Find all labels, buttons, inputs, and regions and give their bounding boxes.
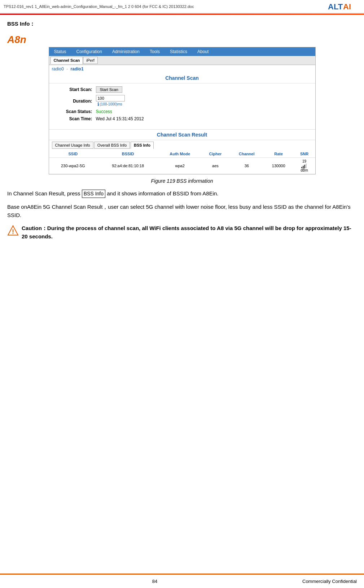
page-footer: 84 Commercially Confidential	[0, 574, 364, 588]
nav-bar: Status Configuration Administration Tool…	[49, 47, 315, 56]
nav-about[interactable]: About	[192, 47, 214, 56]
scan-time-row: Scan Time: Wed Jul 4 15:31:45 2012	[56, 116, 308, 121]
radio-separator: -	[66, 66, 68, 72]
cell-snr: 19 dBm	[294, 158, 315, 174]
cell-channel: 36	[230, 158, 264, 174]
main-content: BSS Info： A8n Status Configuration Admin…	[0, 15, 364, 262]
radio-links: radio0 - radio1	[49, 65, 315, 73]
svg-rect-5	[306, 164, 307, 168]
svg-text:AI: AI	[343, 2, 351, 11]
tab-overall-bss-info[interactable]: Overall BSS Info	[94, 142, 130, 149]
cell-cipher: aes	[201, 158, 230, 174]
cell-bssid: 92:a4:de:81:10:18	[97, 158, 159, 174]
scan-status-value: Success	[96, 109, 112, 114]
sub-nav-channel-scan[interactable]: Channel Scan	[51, 57, 83, 64]
col-cipher: Cipher	[201, 150, 230, 158]
result-section: Channel Scan Result Channel Usage Info O…	[49, 129, 315, 174]
page-number: 84	[7, 579, 302, 584]
radio0-link[interactable]: radio0	[52, 66, 64, 72]
col-auth-mode: Auth Mode	[159, 150, 201, 158]
duration-label: Duration:	[56, 99, 96, 104]
nav-tools[interactable]: Tools	[145, 47, 165, 56]
scan-time-value: Wed Jul 4 15:31:45 2012	[96, 116, 144, 121]
paragraph-1: In Channel Scan Result, press BSS Info a…	[7, 190, 357, 198]
col-rate: Rate	[264, 150, 294, 158]
svg-rect-3	[303, 166, 304, 168]
tab-bss-info[interactable]: BSS Info	[131, 142, 154, 149]
caution-block: ! Caution：During the process of channel …	[7, 224, 357, 241]
nav-status[interactable]: Status	[49, 47, 71, 56]
para1-after: and it shows information of BSSID from A…	[105, 190, 218, 196]
nav-configuration[interactable]: Configuration	[71, 47, 107, 56]
nav-statistics[interactable]: Statistics	[165, 47, 192, 56]
scan-status-label: Scan Status:	[56, 109, 96, 114]
start-scan-button[interactable]: Start Scan	[96, 86, 122, 93]
nav-administration[interactable]: Administration	[107, 47, 145, 56]
snr-value: 19	[302, 159, 306, 163]
snr-bar: 19 dBm	[296, 159, 313, 172]
cell-rate: 130000	[264, 158, 294, 174]
caution-label: Caution：	[22, 225, 47, 231]
caution-icon: !	[7, 225, 19, 237]
col-bssid: BSSID	[97, 150, 159, 158]
start-scan-row: Start Scan: Start Scan	[56, 86, 308, 93]
col-channel: Channel	[230, 150, 264, 158]
snr-signal-icon	[301, 163, 308, 168]
tab-channel-usage-info[interactable]: Channel Usage Info	[52, 142, 93, 149]
sub-nav-iperf[interactable]: iPerf	[83, 57, 98, 64]
svg-text:!: !	[12, 228, 14, 235]
doc-title: TPS12-016_rev1 1_A8Ein_web-admin_Configu…	[4, 4, 194, 9]
a8n-logo: A8n	[7, 31, 357, 47]
sub-nav-bar: Channel Scan iPerf	[49, 56, 315, 65]
col-ssid: SSID	[49, 150, 97, 158]
bss-result-table: SSID BSSID Auth Mode Cipher Channel Rate…	[49, 150, 315, 174]
duration-input[interactable]	[96, 95, 125, 101]
bss-info-reference: BSS Info	[82, 190, 105, 198]
table-row: 230-wpa2-5G 92:a4:de:81:10:18 wpa2 aes 3…	[49, 158, 315, 174]
para1-before: In Channel Scan Result, press	[7, 190, 82, 196]
svg-text:ALT: ALT	[328, 2, 343, 11]
duration-row: Duration: ℹ (100-1000)ms	[56, 95, 308, 107]
scan-time-label: Scan Time:	[56, 116, 96, 121]
scan-status-row: Scan Status: Success	[56, 109, 308, 114]
result-tabs: Channel Usage Info Overall BSS Info BSS …	[49, 140, 315, 149]
figure-caption: Figure 119 BSS information	[7, 178, 357, 184]
channel-scan-form: Start Scan: Start Scan Duration: ℹ (100-…	[49, 83, 315, 126]
col-snr: SNR	[294, 150, 315, 158]
document-header: TPS12-016_rev1 1_A8Ein_web-admin_Configu…	[0, 0, 364, 14]
result-title: Channel Scan Result	[49, 130, 315, 140]
cell-ssid: 230-wpa2-5G	[49, 158, 97, 174]
svg-rect-4	[304, 165, 305, 168]
altai-logo-header: ALT AI	[328, 1, 360, 12]
section-heading: BSS Info：	[7, 21, 357, 27]
ui-screenshot: Status Configuration Administration Tool…	[49, 47, 316, 174]
info-icon: ℹ	[97, 101, 99, 107]
radio1-link[interactable]: radio1	[71, 66, 84, 72]
snr-unit: dBm	[301, 168, 308, 172]
paragraph-2: Base onA8Ein 5G Channel Scan Result，user…	[7, 203, 357, 219]
start-scan-label: Start Scan:	[56, 87, 96, 92]
channel-scan-title: Channel Scan	[49, 73, 315, 83]
cell-auth-mode: wpa2	[159, 158, 201, 174]
caution-text: Caution：During the process of channel sc…	[22, 224, 357, 241]
caution-body: During the process of channel scan, all …	[22, 225, 351, 239]
duration-hint: (100-1000)ms	[100, 102, 122, 106]
footer-confidential: Commercially Confidential	[302, 579, 357, 584]
